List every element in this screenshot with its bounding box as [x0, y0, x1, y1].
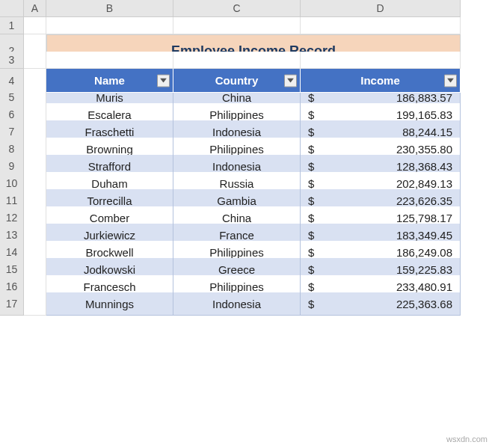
income-value: 230,355.80 [396, 143, 452, 156]
currency-symbol: $ [308, 212, 314, 224]
col-header-B[interactable]: B [46, 0, 173, 17]
col-header-A[interactable]: A [24, 0, 46, 17]
col-header-C[interactable]: C [173, 0, 301, 17]
currency-symbol: $ [308, 298, 314, 310]
cell-C1[interactable] [173, 17, 301, 34]
filter-button-income[interactable] [444, 74, 457, 87]
column-header-country-label: Country [215, 74, 259, 87]
income-value: 186,249.08 [396, 246, 452, 259]
income-value: 186,883.57 [396, 91, 452, 104]
cell-D1[interactable] [301, 17, 461, 34]
cell-A3[interactable] [24, 52, 46, 69]
row-header-1[interactable]: 1 [0, 17, 24, 34]
income-value: 199,165.83 [396, 108, 452, 121]
col-header-D[interactable]: D [301, 0, 461, 17]
currency-symbol: $ [308, 194, 314, 207]
income-value: 128,368.43 [396, 160, 452, 173]
income-value: 125,798.17 [396, 212, 452, 224]
currency-symbol: $ [308, 126, 314, 138]
column-header-country[interactable]: Country [173, 69, 301, 93]
svg-marker-1 [287, 79, 294, 83]
svg-marker-2 [447, 79, 454, 83]
watermark: wsxdn.com [446, 435, 488, 444]
row-header-3[interactable]: 3 [0, 52, 24, 69]
column-header-name[interactable]: Name [46, 69, 173, 93]
cell-income[interactable]: $225,363.68 [301, 292, 461, 316]
cell-A17[interactable] [24, 292, 46, 316]
currency-symbol: $ [308, 143, 314, 156]
currency-symbol: $ [308, 91, 314, 104]
column-header-name-label: Name [94, 74, 125, 87]
income-value: 202,849.13 [396, 177, 452, 190]
income-value: 159,225.83 [396, 263, 452, 276]
currency-symbol: $ [308, 229, 314, 242]
cell-C3[interactable] [173, 52, 301, 69]
row-header-17[interactable]: 17 [0, 292, 24, 316]
column-header-income-label: Income [360, 74, 400, 87]
currency-symbol: $ [308, 177, 314, 190]
currency-symbol: $ [308, 280, 314, 293]
chevron-down-icon [447, 79, 454, 83]
currency-symbol: $ [308, 263, 314, 276]
select-all-corner[interactable] [0, 0, 24, 17]
currency-symbol: $ [308, 246, 314, 259]
cell-country[interactable]: Indonesia [173, 292, 301, 316]
income-value: 88,244.15 [402, 126, 452, 138]
cell-name[interactable]: Munnings [46, 292, 173, 316]
cell-D3[interactable] [301, 52, 461, 69]
cell-A1[interactable] [24, 17, 46, 34]
spreadsheet-grid: A B C D 1 2 Employee Income Record 3 4 N… [0, 0, 492, 310]
filter-button-country[interactable] [284, 74, 297, 87]
currency-symbol: $ [308, 108, 314, 121]
column-header-income[interactable]: Income [301, 69, 461, 93]
income-value: 183,349.45 [396, 229, 452, 242]
chevron-down-icon [160, 79, 167, 83]
cell-B3[interactable] [46, 52, 173, 69]
currency-symbol: $ [308, 160, 314, 173]
income-value: 233,480.91 [396, 280, 452, 293]
filter-button-name[interactable] [157, 74, 170, 87]
income-value: 223,626.35 [396, 194, 452, 207]
cell-B1[interactable] [46, 17, 173, 34]
income-value: 225,363.68 [396, 298, 452, 310]
svg-marker-0 [160, 79, 167, 83]
chevron-down-icon [287, 79, 294, 83]
